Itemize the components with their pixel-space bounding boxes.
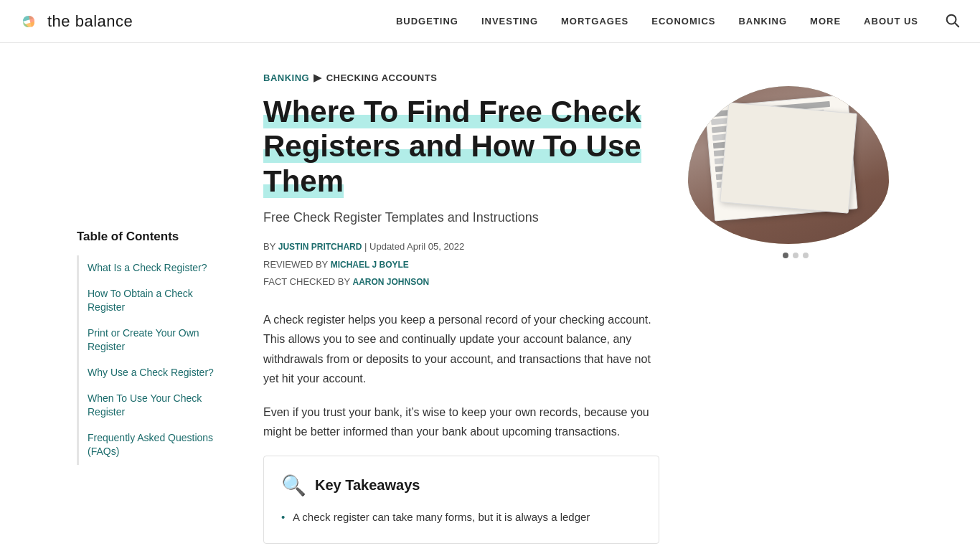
search-icon [944,12,960,28]
nav-budgeting[interactable]: BUDGETING [396,16,458,27]
nav-about-us[interactable]: ABOUT US [864,16,918,27]
article-subtitle: Free Check Register Templates and Instru… [263,210,659,225]
hero-image [688,86,889,244]
svg-point-0 [19,11,39,32]
right-sidebar [688,72,903,544]
article-body: A check register helps you keep a person… [263,310,659,544]
article-title: Where To Find Free Check Registers and H… [263,95,659,199]
main-content: BANKING ▶ CHECKING ACCOUNTS Where To Fin… [263,72,659,544]
toc-item-3[interactable]: Print or Create Your Own Register [79,321,235,360]
list-item: Frequently Asked Questions (FAQs) [77,425,235,465]
toc-item-6[interactable]: Frequently Asked Questions (FAQs) [79,425,235,465]
key-takeaways-box: 🔍 Key Takeaways A check register can tak… [263,456,659,544]
check-register-photo [688,86,889,244]
key-takeaways-title: Key Takeaways [315,477,420,494]
toc-list: What Is a Check Register? How To Obtain … [77,255,235,465]
page-container: Table of Contents What Is a Check Regist… [60,43,920,551]
updated-date: | Updated April 05, 2022 [364,241,464,252]
nav-economics[interactable]: ECONOMICS [651,16,715,27]
by-label: BY [263,241,275,252]
site-logo[interactable]: the balance [17,10,133,33]
dot-3 [803,253,809,258]
nav-more[interactable]: MORE [810,16,841,27]
list-item: What Is a Check Register? [77,255,235,281]
toc-item-5[interactable]: When To Use Your Check Register [79,386,235,425]
list-item: How To Obtain a Check Register [77,281,235,321]
breadcrumb: BANKING ▶ CHECKING ACCOUNTS [263,72,659,83]
breadcrumb-child: CHECKING ACCOUNTS [326,72,438,83]
fact-checked-label: FACT CHECKED BY [263,276,350,287]
list-item: Print or Create Your Own Register [77,321,235,360]
svg-point-1 [947,15,956,24]
body-paragraph-1: A check register helps you keep a person… [263,310,659,388]
svg-line-2 [956,24,959,27]
site-header: the balance BUDGETING INVESTING MORTGAGE… [0,0,980,43]
key-takeaways-header: 🔍 Key Takeaways [281,474,641,497]
toc-title: Table of Contents [77,230,235,244]
nav-investing[interactable]: INVESTING [481,16,538,27]
search-button[interactable] [941,9,963,33]
breadcrumb-parent[interactable]: BANKING [263,72,309,83]
fact-checker-link[interactable]: AARON JOHNSON [353,277,430,287]
breadcrumb-arrow: ▶ [314,72,322,83]
nav-mortgages[interactable]: MORTGAGES [561,16,628,27]
logo-text: the balance [47,12,133,31]
toc-item-4[interactable]: Why Use a Check Register? [79,360,235,386]
list-item: When To Use Your Check Register [77,386,235,425]
reviewer-link[interactable]: MICHAEL J BOYLE [331,260,409,270]
toc-item-1[interactable]: What Is a Check Register? [79,255,235,281]
fact-checked-block: FACT CHECKED BY AARON JOHNSON [263,275,659,290]
logo-icon [17,10,40,33]
author-block: BY JUSTIN PRITCHARD | Updated April 05, … [263,240,659,255]
reviewed-by-block: REVIEWED BY MICHAEL J BOYLE [263,258,659,273]
list-item: A check register can take many forms, bu… [281,509,641,526]
reviewed-label: REVIEWED BY [263,259,328,270]
key-takeaways-icon: 🔍 [281,474,306,497]
dot-2 [793,253,798,258]
main-nav: BUDGETING INVESTING MORTGAGES ECONOMICS … [396,9,963,33]
key-takeaways-list: A check register can take many forms, bu… [281,509,641,526]
toc-sidebar: Table of Contents What Is a Check Regist… [77,72,235,544]
list-item: Why Use a Check Register? [77,360,235,386]
body-paragraph-2: Even if you trust your bank, it’s wise t… [263,402,659,441]
nav-banking[interactable]: BANKING [738,16,787,27]
toc-item-2[interactable]: How To Obtain a Check Register [79,281,235,321]
dot-1 [783,253,788,258]
image-carousel-dots [688,253,903,258]
author-link[interactable]: JUSTIN PRITCHARD [278,242,362,252]
